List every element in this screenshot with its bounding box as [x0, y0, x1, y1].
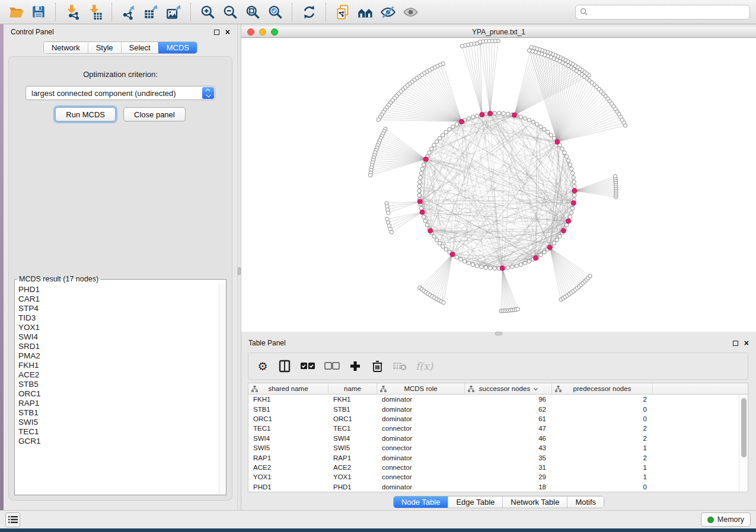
- ring-node[interactable]: [511, 265, 514, 268]
- ring-node[interactable]: [475, 264, 479, 267]
- ring-node[interactable]: [564, 223, 568, 227]
- dominator-node[interactable]: [500, 266, 505, 271]
- dominator-node[interactable]: [480, 112, 484, 117]
- ring-node[interactable]: [419, 171, 423, 175]
- show-columns-icon[interactable]: [278, 359, 291, 373]
- ring-node[interactable]: [546, 130, 550, 134]
- dominator-node[interactable]: [571, 200, 576, 205]
- ring-node[interactable]: [422, 163, 425, 166]
- mcds-node-item[interactable]: CAR1: [18, 294, 226, 304]
- ring-node[interactable]: [489, 266, 492, 270]
- ring-node[interactable]: [418, 180, 422, 184]
- dominator-node[interactable]: [460, 119, 464, 124]
- ring-node[interactable]: [430, 147, 433, 150]
- mcds-node-item[interactable]: FKH1: [18, 361, 226, 370]
- table-scrollbar[interactable]: [739, 395, 748, 492]
- ring-node[interactable]: [566, 159, 570, 162]
- delete-column-icon[interactable]: [371, 359, 384, 373]
- ring-node[interactable]: [435, 238, 438, 242]
- ring-node[interactable]: [558, 235, 562, 238]
- ring-node[interactable]: [484, 265, 487, 269]
- list-scrollbar[interactable]: [219, 284, 225, 494]
- ring-node[interactable]: [572, 175, 575, 179]
- mcds-node-item[interactable]: ORC1: [18, 389, 226, 399]
- leaf-node[interactable]: [387, 211, 390, 214]
- ring-node[interactable]: [539, 253, 543, 257]
- ring-node[interactable]: [435, 140, 438, 143]
- leaf-node[interactable]: [516, 307, 519, 311]
- close-table-panel-icon[interactable]: ×: [744, 340, 749, 346]
- ring-node[interactable]: [506, 265, 509, 269]
- export-network-icon[interactable]: [119, 2, 139, 22]
- ring-node[interactable]: [419, 175, 422, 179]
- ring-node[interactable]: [552, 241, 556, 245]
- ring-node[interactable]: [438, 136, 441, 140]
- table-row[interactable]: YOX1YOX1connector291: [248, 472, 748, 482]
- deselect-all-icon[interactable]: [324, 359, 340, 373]
- table-scrollbar-thumb[interactable]: [741, 398, 747, 457]
- mcds-node-item[interactable]: SWI4: [18, 332, 226, 342]
- function-builder-icon[interactable]: f(x): [416, 359, 433, 373]
- zoom-in-icon[interactable]: [197, 2, 218, 22]
- ring-node[interactable]: [535, 123, 538, 126]
- search-input[interactable]: [591, 8, 745, 16]
- ring-node[interactable]: [560, 147, 564, 150]
- ring-node[interactable]: [467, 117, 470, 120]
- ring-node[interactable]: [428, 150, 431, 154]
- ring-node[interactable]: [417, 184, 421, 188]
- leaf-node[interactable]: [442, 300, 445, 304]
- add-column-icon[interactable]: [349, 359, 362, 373]
- ring-node[interactable]: [423, 219, 427, 223]
- tab-mcds[interactable]: MCDS: [158, 42, 197, 53]
- ring-node[interactable]: [438, 241, 441, 245]
- ring-node[interactable]: [480, 265, 483, 268]
- float-table-panel-icon[interactable]: [733, 341, 738, 346]
- criterion-dropdown[interactable]: largest connected component (undirected): [25, 86, 215, 100]
- ring-node[interactable]: [523, 117, 527, 120]
- ring-node[interactable]: [420, 167, 424, 171]
- network-graph[interactable]: [241, 38, 756, 332]
- dominator-node[interactable]: [450, 252, 455, 257]
- mcds-node-item[interactable]: PHD1: [18, 285, 226, 294]
- ring-node[interactable]: [441, 133, 445, 137]
- dominator-node[interactable]: [428, 228, 433, 233]
- mcds-node-item[interactable]: SWI5: [18, 418, 226, 427]
- ring-node[interactable]: [417, 189, 421, 193]
- delete-table-icon[interactable]: [393, 359, 407, 373]
- mcds-node-item[interactable]: STP4: [18, 304, 226, 313]
- ring-node[interactable]: [569, 167, 573, 171]
- ring-node[interactable]: [448, 127, 451, 131]
- table-row[interactable]: RAP1RAP1dominator352: [248, 453, 748, 462]
- zoom-out-icon[interactable]: [220, 2, 240, 22]
- ring-node[interactable]: [502, 111, 505, 115]
- ring-node[interactable]: [552, 136, 556, 140]
- mcds-node-item[interactable]: GCR1: [18, 437, 226, 446]
- column-header-shared-name[interactable]: shared name: [248, 383, 328, 394]
- export-image-icon[interactable]: [164, 2, 184, 22]
- table-tab-edge-table[interactable]: Edge Table: [448, 496, 502, 508]
- ring-node[interactable]: [462, 259, 466, 263]
- ring-node[interactable]: [417, 193, 421, 197]
- column-header-name[interactable]: name: [328, 383, 377, 394]
- mcds-node-item[interactable]: STB5: [18, 380, 226, 389]
- dominator-node[interactable]: [534, 255, 538, 260]
- dominator-node[interactable]: [420, 210, 425, 214]
- dominator-node[interactable]: [488, 111, 493, 116]
- open-file-icon[interactable]: [6, 2, 26, 22]
- dominator-node[interactable]: [423, 157, 428, 162]
- ring-node[interactable]: [519, 115, 522, 118]
- ring-node[interactable]: [523, 261, 527, 265]
- ring-node[interactable]: [573, 193, 576, 197]
- ring-node[interactable]: [539, 125, 543, 129]
- ring-node[interactable]: [455, 255, 458, 259]
- ring-node[interactable]: [564, 155, 568, 158]
- column-header-mcds-role[interactable]: MCDS role: [377, 383, 465, 394]
- ring-node[interactable]: [506, 112, 509, 116]
- mcds-node-item[interactable]: SRD1: [18, 342, 226, 351]
- table-tab-node-table[interactable]: Node Table: [394, 496, 448, 508]
- ring-node[interactable]: [573, 184, 576, 188]
- leaf-node[interactable]: [478, 40, 481, 43]
- clone-network-icon[interactable]: [333, 2, 353, 22]
- task-history-button[interactable]: [5, 512, 20, 527]
- network-canvas[interactable]: [241, 38, 756, 332]
